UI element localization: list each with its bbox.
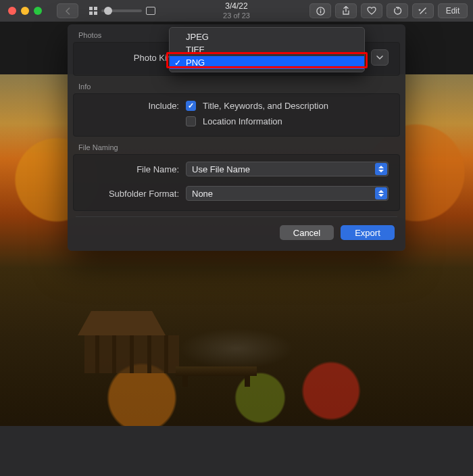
svg-rect-0 — [89, 7, 93, 10]
include-location-text: Location Information — [203, 116, 282, 126]
back-button[interactable] — [57, 3, 78, 18]
svg-rect-3 — [94, 11, 97, 15]
window-controls — [5, 7, 42, 15]
window-titlebar: 3/4/22 23 of 23 Edit — [0, 0, 473, 22]
grid-icon[interactable] — [89, 7, 97, 15]
subfolder-value: None — [192, 189, 213, 199]
info-button[interactable] — [309, 3, 331, 18]
photo-counter: 23 of 23 — [223, 11, 250, 20]
file-name-value: Use File Name — [192, 164, 250, 174]
button-row: Cancel Export — [68, 217, 405, 247]
auto-enhance-button[interactable] — [412, 3, 434, 18]
favorite-button[interactable] — [361, 3, 382, 18]
photo-date: 3/4/22 — [223, 2, 250, 11]
menu-item-png[interactable]: PNG — [170, 56, 364, 69]
photo-kind-menu: JPEG TIFF PNG — [169, 27, 365, 72]
dock-illustration — [176, 366, 257, 376]
svg-rect-7 — [320, 10, 320, 13]
svg-rect-1 — [94, 7, 97, 10]
subfolder-label: Subfolder Format: — [84, 189, 179, 199]
subfolder-popup[interactable]: None — [186, 186, 389, 201]
heart-icon — [367, 7, 376, 15]
include-location-checkbox[interactable] — [186, 116, 196, 126]
file-name-popup[interactable]: Use File Name — [186, 162, 389, 176]
wand-icon — [418, 7, 428, 16]
section-filenaming-label: File Naming — [68, 137, 405, 154]
include-title-text: Title, Keywords, and Description — [203, 101, 328, 111]
file-name-label: File Name: — [84, 164, 179, 174]
cancel-button[interactable]: Cancel — [280, 225, 334, 240]
menu-item-jpeg[interactable]: JPEG — [170, 30, 364, 43]
info-group: Include: Title, Keywords, and Descriptio… — [73, 93, 400, 137]
svg-point-6 — [320, 8, 321, 9]
svg-rect-4 — [147, 7, 155, 15]
include-title-checkbox[interactable] — [186, 101, 196, 111]
share-button[interactable] — [335, 3, 357, 18]
export-button[interactable]: Export — [341, 225, 395, 240]
zoom-slider[interactable] — [101, 9, 142, 12]
edit-button[interactable]: Edit — [438, 3, 468, 18]
zoom-window-button[interactable] — [34, 7, 42, 15]
expand-options-button[interactable] — [371, 49, 389, 66]
close-window-button[interactable] — [8, 7, 16, 15]
info-icon — [316, 7, 325, 16]
menu-item-tiff[interactable]: TIFF — [170, 43, 364, 56]
title-center: 3/4/22 23 of 23 — [223, 2, 250, 19]
bottom-bar — [0, 426, 473, 476]
rotate-button[interactable] — [387, 3, 408, 18]
photo-kind-label: Photo Kind: — [84, 53, 179, 63]
stepper-icon — [375, 163, 387, 175]
chevron-down-icon — [376, 55, 383, 60]
minimize-window-button[interactable] — [21, 7, 29, 15]
stepper-icon — [375, 187, 387, 199]
filenaming-group: File Name: Use File Name Subfolder Forma… — [73, 154, 400, 211]
section-info-label: Info — [68, 76, 405, 93]
single-photo-icon[interactable] — [146, 7, 155, 15]
chevron-left-icon — [65, 7, 71, 15]
share-icon — [342, 6, 350, 16]
rotate-icon — [393, 7, 402, 16]
svg-rect-2 — [89, 11, 93, 15]
include-label: Include: — [84, 101, 179, 111]
